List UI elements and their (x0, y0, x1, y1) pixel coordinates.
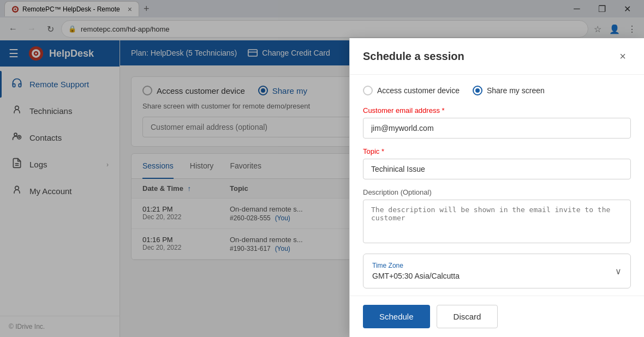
radio-checked (473, 86, 482, 95)
panel-close-button[interactable]: × (615, 48, 631, 64)
panel-header: Schedule a session × (350, 38, 644, 75)
timezone-selector[interactable]: Time Zone GMT+05:30 Asia/Calcutta ∨ (363, 254, 631, 288)
topic-label: Topic * (363, 147, 631, 155)
panel-access-device-radio[interactable]: Access customer device (363, 86, 460, 95)
description-form-group: Description (Optional) (363, 188, 631, 245)
radio-unchecked (363, 86, 373, 95)
panel-share-label: Share my screen (487, 86, 545, 95)
discard-button[interactable]: Discard (437, 305, 498, 328)
description-label: Description (Optional) (363, 188, 631, 196)
description-textarea[interactable] (363, 200, 631, 243)
radio-dot (475, 88, 480, 93)
panel-body: Access customer device Share my screen C… (350, 75, 644, 296)
timezone-chevron-icon: ∨ (615, 266, 622, 276)
email-input[interactable] (363, 118, 631, 139)
panel-share-screen-radio[interactable]: Share my screen (473, 86, 545, 95)
panel-access-label: Access customer device (377, 86, 460, 95)
topic-form-group: Topic * (363, 147, 631, 179)
schedule-button[interactable]: Schedule (363, 305, 430, 328)
email-label: Customer email address * (363, 106, 631, 115)
topic-input[interactable] (363, 159, 631, 179)
panel-radio-row: Access customer device Share my screen (363, 86, 631, 95)
panel-title: Schedule a session (363, 50, 464, 63)
timezone-label: Time Zone (372, 262, 460, 269)
panel-footer: Schedule Discard (350, 296, 644, 337)
email-form-group: Customer email address * (363, 106, 631, 139)
schedule-panel: Schedule a session × Access customer dev… (349, 38, 644, 337)
timezone-value: GMT+05:30 Asia/Calcutta (372, 272, 460, 280)
